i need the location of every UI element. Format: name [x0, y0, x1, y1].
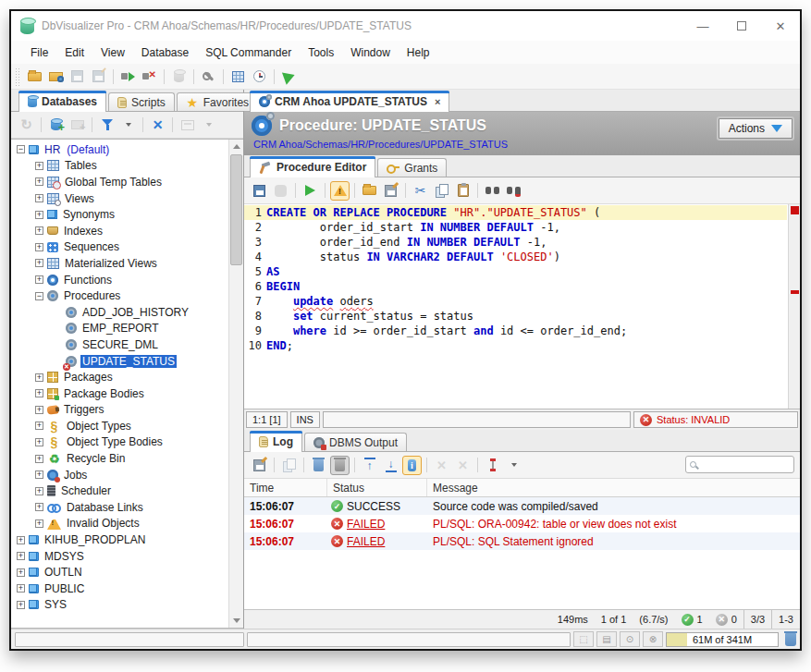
- tree-item-triggers[interactable]: +Triggers: [11, 402, 227, 419]
- open-file-settings-button[interactable]: [46, 67, 66, 86]
- tree-item-outln[interactable]: +OUTLN: [11, 564, 227, 580]
- menu-file[interactable]: File: [22, 43, 56, 63]
- code-line[interactable]: 7 update oders: [244, 294, 787, 309]
- code-line[interactable]: 6BEGIN: [244, 279, 787, 294]
- menu-window[interactable]: Window: [342, 43, 399, 63]
- doc-tab-crm-ahoa-update-status[interactable]: CRM Ahoa UPDATE_STATUS×: [250, 91, 449, 112]
- cut-button[interactable]: [411, 181, 430, 201]
- expand-toggle[interactable]: +: [17, 536, 25, 544]
- tab-scripts[interactable]: Scripts: [108, 92, 175, 111]
- error-mark-line7[interactable]: [791, 290, 799, 294]
- collapse-toggle[interactable]: −: [17, 145, 25, 153]
- collapse-toggle[interactable]: −: [35, 292, 43, 300]
- expand-toggle[interactable]: +: [35, 177, 43, 186]
- tree-label[interactable]: Database Links: [65, 501, 145, 514]
- expand-toggle[interactable]: +: [35, 243, 43, 251]
- tree-item-kihub-prodplan[interactable]: +KIHUB_PRODPLAN: [11, 531, 227, 548]
- tree-label[interactable]: Object Type Bodies: [65, 435, 165, 448]
- caret-button[interactable]: [118, 116, 138, 135]
- tree-item-global-temp-tables[interactable]: +Global Temp Tables: [11, 174, 227, 190]
- maximize-button[interactable]: [722, 12, 761, 40]
- menu-tools[interactable]: Tools: [300, 43, 342, 63]
- tree-label[interactable]: KIHUB_PRODPLAN: [43, 533, 147, 546]
- tree-label[interactable]: Global Temp Tables: [63, 176, 164, 189]
- code-line[interactable]: 9 where id >= order_id_start and id <= o…: [244, 324, 787, 338]
- expand-toggle[interactable]: +: [35, 389, 43, 397]
- menu-database[interactable]: Database: [133, 43, 197, 63]
- error-mark-top[interactable]: [791, 206, 799, 214]
- tab-grants[interactable]: Grants: [377, 158, 447, 177]
- garbage-collect-icon[interactable]: [785, 633, 796, 646]
- connect-button[interactable]: [118, 67, 138, 86]
- log-row[interactable]: 15:06:07✕FAILEDPL/SQL: ORA-00942: table …: [244, 515, 800, 532]
- scrollbar-thumb[interactable]: [230, 154, 242, 265]
- find-button[interactable]: [483, 181, 502, 201]
- export-button[interactable]: [250, 456, 269, 475]
- tree-label[interactable]: SECURE_DML: [80, 338, 160, 351]
- tab-log[interactable]: Log: [250, 431, 302, 452]
- expand-toggle[interactable]: +: [17, 568, 25, 577]
- expand-toggle[interactable]: +: [35, 503, 43, 511]
- column-header-time[interactable]: Time: [244, 479, 327, 496]
- save-procedure-button[interactable]: [250, 181, 269, 201]
- tree-item-sequences[interactable]: +Sequences: [11, 239, 227, 256]
- tree-label[interactable]: Recycle Bin: [65, 452, 127, 465]
- tree-label[interactable]: Functions: [62, 274, 114, 287]
- expand-toggle[interactable]: +: [35, 406, 43, 414]
- expand-toggle[interactable]: +: [35, 211, 43, 219]
- warnings-button[interactable]: [330, 181, 350, 201]
- export-button[interactable]: [381, 181, 400, 201]
- disconnect-button[interactable]: [140, 67, 159, 86]
- tree-item-functions[interactable]: +Functions: [11, 272, 227, 288]
- code-line[interactable]: 8 set current_status = status: [244, 309, 787, 324]
- procedure-code-editor[interactable]: 1CREATE OR REPLACE PROCEDURE "HR"."UPDAT…: [244, 204, 800, 409]
- column-header-status[interactable]: Status: [327, 479, 427, 496]
- tree-item-mdsys[interactable]: +MDSYS: [11, 548, 227, 565]
- collapse-all-button[interactable]: [148, 116, 167, 135]
- code-line[interactable]: 3 order_id_end IN NUMBER DEFAULT -1,: [244, 235, 787, 250]
- info-button[interactable]: [402, 456, 422, 475]
- tree-label[interactable]: MDSYS: [43, 550, 86, 563]
- tree-label[interactable]: OUTLN: [43, 566, 84, 579]
- create-connection-button[interactable]: [46, 116, 66, 135]
- menu-help[interactable]: Help: [399, 43, 438, 63]
- execute-go-button[interactable]: [279, 67, 299, 86]
- tree-label[interactable]: Triggers: [62, 403, 106, 416]
- expand-toggle[interactable]: +: [35, 194, 43, 202]
- scroll-bottom-button[interactable]: [381, 456, 400, 475]
- tree-label[interactable]: Jobs: [62, 469, 89, 482]
- scroll-top-button[interactable]: [360, 456, 379, 475]
- tab-favorites[interactable]: Favorites: [177, 92, 258, 111]
- tree-item-jobs[interactable]: +Jobs: [11, 467, 227, 483]
- tree-item-object-type-bodies[interactable]: +Object Type Bodies: [11, 434, 227, 451]
- clear-all-button[interactable]: [330, 456, 350, 475]
- expand-toggle[interactable]: +: [35, 226, 43, 235]
- tree-label[interactable]: EMP_REPORT: [80, 322, 160, 335]
- tree-item-sys[interactable]: +SYS: [11, 597, 227, 614]
- menu-view[interactable]: View: [92, 43, 133, 63]
- tree-label[interactable]: Materialized Views: [63, 257, 159, 270]
- clear-button[interactable]: [309, 456, 328, 475]
- tree-label[interactable]: Scheduler: [59, 484, 113, 497]
- tree-label[interactable]: Package Bodies: [62, 387, 146, 400]
- execute-button[interactable]: [301, 181, 320, 201]
- menu-sql-commander[interactable]: SQL Commander: [197, 43, 300, 63]
- tree-item-add-job-history[interactable]: ADD_JOB_HISTORY: [11, 304, 227, 321]
- tool-properties-button[interactable]: [199, 67, 218, 86]
- tab-databases[interactable]: Databases: [18, 91, 106, 112]
- tree-item-secure-dml[interactable]: SECURE_DML: [11, 336, 227, 353]
- log-row[interactable]: 15:06:07✕FAILEDPL/SQL: SQL Statement ign…: [244, 532, 800, 550]
- grid-button[interactable]: [228, 67, 248, 86]
- tree-label[interactable]: Synonyms: [61, 208, 117, 221]
- actions-button[interactable]: Actions: [719, 118, 793, 139]
- memory-indicator[interactable]: 61M of 341M: [666, 632, 779, 647]
- tree-item-hr[interactable]: −HR(Default): [11, 141, 227, 158]
- tree-item-database-links[interactable]: +Database Links: [11, 499, 227, 516]
- tree-label[interactable]: Packages: [62, 371, 115, 384]
- breadcrumb[interactable]: CRM Ahoa/Schemas/HR/Procedures/UPDATE_ST…: [253, 139, 793, 150]
- minimize-button[interactable]: —: [683, 12, 722, 40]
- expand-toggle[interactable]: +: [35, 519, 43, 528]
- paste-button[interactable]: [453, 181, 473, 201]
- tab-procedure-editor[interactable]: Procedure Editor: [250, 156, 375, 177]
- expand-toggle[interactable]: +: [35, 275, 43, 284]
